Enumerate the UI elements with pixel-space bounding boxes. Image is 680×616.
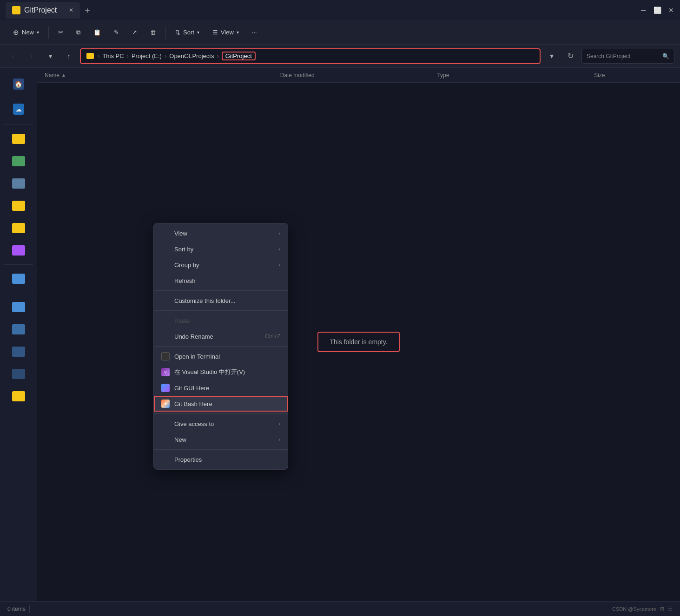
close-button[interactable]: ✕ bbox=[668, 7, 674, 13]
column-name-label: Name bbox=[45, 72, 59, 79]
sidebar-folder-2[interactable] bbox=[5, 151, 33, 171]
up-button[interactable]: ↑ bbox=[61, 49, 76, 64]
view-submenu-arrow-icon: › bbox=[278, 230, 280, 236]
share-button[interactable]: ↗ bbox=[126, 26, 143, 39]
back-button[interactable]: ‹ bbox=[6, 49, 20, 64]
tab-folder-icon bbox=[12, 6, 20, 14]
sidebar-folder-4[interactable] bbox=[5, 196, 33, 216]
sidebar-folder-5[interactable] bbox=[5, 218, 33, 238]
group-by-submenu-arrow-icon: › bbox=[278, 262, 280, 268]
sort-button[interactable]: ⇅ Sort ▾ bbox=[170, 26, 205, 39]
context-menu-git-gui[interactable]: Git GUI Here bbox=[154, 380, 288, 396]
vs-icon-shape: V bbox=[161, 368, 170, 376]
view-button[interactable]: ☰ View ▾ bbox=[207, 26, 244, 39]
context-menu-open-terminal[interactable]: Open in Terminal bbox=[154, 348, 288, 364]
toolbar-separator-2 bbox=[165, 26, 166, 39]
paste-button[interactable]: 📋 bbox=[88, 26, 106, 39]
rename-button[interactable]: ✎ bbox=[108, 26, 125, 39]
context-menu-view[interactable]: View › bbox=[154, 225, 288, 241]
sidebar-separator-2 bbox=[4, 264, 33, 265]
context-menu-refresh[interactable]: Refresh bbox=[154, 273, 288, 288]
context-menu-git-gui-label: Git GUI Here bbox=[174, 385, 209, 392]
context-menu-paste[interactable]: Paste bbox=[154, 313, 288, 328]
sort-by-ctx-icon bbox=[161, 245, 170, 253]
view-icon: ☰ bbox=[212, 29, 218, 36]
home-icon: 🏠 bbox=[13, 79, 24, 90]
sidebar-item-cloud[interactable]: ☁ bbox=[5, 98, 33, 121]
recent-locations-button[interactable]: ▾ bbox=[43, 49, 58, 64]
minimize-button[interactable]: ─ bbox=[640, 7, 647, 13]
context-menu-new[interactable]: New › bbox=[154, 432, 288, 447]
column-size[interactable]: Size bbox=[594, 72, 673, 79]
context-menu-open-terminal-label: Open in Terminal bbox=[174, 353, 220, 360]
sidebar-folder-1[interactable] bbox=[5, 129, 33, 149]
git-gui-icon-shape bbox=[161, 384, 170, 392]
context-menu-view-label: View bbox=[174, 230, 187, 237]
path-this-pc[interactable]: This PC bbox=[102, 52, 124, 59]
status-right: CSDN @Sycamore ⊞ ☰ bbox=[612, 606, 673, 612]
new-chevron-icon: ▾ bbox=[37, 30, 39, 35]
view-label: View bbox=[221, 29, 234, 36]
maximize-button[interactable]: ⬜ bbox=[654, 7, 660, 13]
new-button[interactable]: ⊕ New ▾ bbox=[7, 26, 45, 39]
context-menu-vs[interactable]: V 在 Visual Studio 中打开(V) bbox=[154, 364, 288, 380]
cloud-icon: ☁ bbox=[13, 104, 24, 115]
sidebar-item-home[interactable]: 🏠 bbox=[5, 72, 33, 96]
toolbar: ⊕ New ▾ ✂ ⧉ 📋 ✎ ↗ 🗑 ⇅ Sort ▾ ☰ View ▾ ··… bbox=[0, 20, 680, 45]
refresh-button[interactable]: ↻ bbox=[563, 49, 578, 64]
context-menu-customize[interactable]: Customize this folder... bbox=[154, 293, 288, 308]
copy-button[interactable]: ⧉ bbox=[71, 26, 86, 39]
column-name[interactable]: Name ▲ bbox=[45, 72, 280, 79]
context-menu-undo-rename[interactable]: Undo Rename Ctrl+Z bbox=[154, 328, 288, 344]
path-separator-3: › bbox=[217, 52, 218, 59]
search-box[interactable]: Search GitProject 🔍 bbox=[581, 49, 674, 64]
search-icon: 🔍 bbox=[662, 53, 669, 59]
more-button[interactable]: ··· bbox=[246, 26, 263, 39]
main-layout: 🏠 ☁ bbox=[0, 68, 680, 601]
forward-button[interactable]: › bbox=[24, 49, 39, 64]
folder-icon-9 bbox=[12, 347, 25, 357]
sidebar-folder-8[interactable] bbox=[5, 319, 33, 340]
sidebar-folder-6[interactable] bbox=[5, 240, 33, 261]
path-current[interactable]: GitProject bbox=[222, 52, 256, 60]
sidebar-folder-10[interactable] bbox=[5, 364, 33, 384]
sidebar-folder-3[interactable] bbox=[5, 173, 33, 194]
ctx-separator-1 bbox=[154, 290, 288, 291]
share-icon: ↗ bbox=[132, 29, 137, 36]
sidebar-folder-cloud-1[interactable] bbox=[5, 269, 33, 289]
sidebar-folder-11[interactable] bbox=[5, 386, 33, 406]
terminal-icon-shape bbox=[161, 352, 170, 360]
add-tab-button[interactable]: ＋ bbox=[80, 3, 95, 18]
copy-icon: ⧉ bbox=[76, 29, 80, 36]
paste-icon: 📋 bbox=[93, 29, 101, 36]
path-separator-2: › bbox=[165, 52, 166, 59]
context-menu-sort-by-label: Sort by bbox=[174, 246, 193, 253]
path-separator-1: › bbox=[127, 52, 129, 59]
sidebar-folder-9[interactable] bbox=[5, 341, 33, 362]
address-path[interactable]: › This PC › Project (E:) › OpenGLProject… bbox=[80, 48, 541, 64]
sort-by-submenu-arrow-icon: › bbox=[278, 246, 280, 252]
column-date[interactable]: Date modified bbox=[280, 72, 437, 79]
column-size-label: Size bbox=[594, 72, 605, 79]
cut-button[interactable]: ✂ bbox=[53, 26, 69, 39]
vs-ctx-icon: V bbox=[161, 368, 170, 376]
address-dropdown-button[interactable]: ▾ bbox=[544, 49, 559, 64]
context-menu-properties[interactable]: Properties bbox=[154, 452, 288, 467]
csdn-label: CSDN @Sycamore bbox=[612, 606, 656, 612]
delete-button[interactable]: 🗑 bbox=[145, 26, 162, 39]
context-menu-sort-by[interactable]: Sort by › bbox=[154, 241, 288, 257]
terminal-ctx-icon bbox=[161, 352, 170, 360]
context-menu-group-by[interactable]: Group by › bbox=[154, 257, 288, 273]
tab-close-button[interactable]: ✕ bbox=[69, 7, 73, 13]
toolbar-separator-1 bbox=[48, 26, 49, 39]
folder-icon-4 bbox=[12, 201, 25, 211]
context-menu-give-access[interactable]: Give access to › bbox=[154, 416, 288, 432]
sidebar-folder-7[interactable] bbox=[5, 297, 33, 317]
column-type[interactable]: Type bbox=[437, 72, 594, 79]
active-tab[interactable]: GitProject ✕ bbox=[6, 2, 80, 19]
context-menu-vs-label: 在 Visual Studio 中打开(V) bbox=[174, 368, 245, 376]
context-menu-git-bash[interactable]: ✦ Git Bash Here bbox=[154, 396, 288, 412]
path-project-e[interactable]: Project (E:) bbox=[132, 52, 162, 59]
path-opengl[interactable]: OpenGLProjects bbox=[169, 52, 214, 59]
view-chevron-icon: ▾ bbox=[237, 30, 239, 35]
